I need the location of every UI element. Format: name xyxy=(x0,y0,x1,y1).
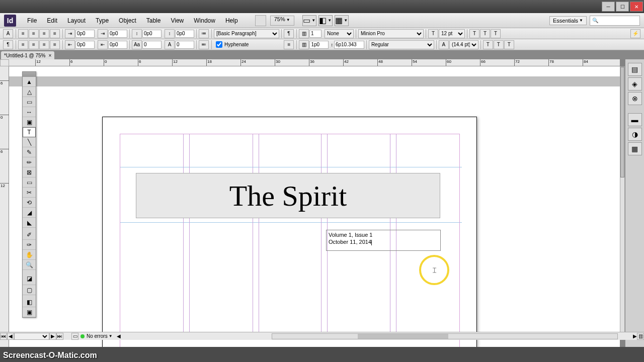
selection-tool[interactable]: ▲ xyxy=(23,77,36,87)
horizontal-scrollbar[interactable] xyxy=(272,333,618,339)
next-page-button[interactable]: ▶ xyxy=(49,333,56,340)
layers-panel-button[interactable]: ◈ xyxy=(628,77,642,90)
content-collector-tool[interactable]: ▣ xyxy=(23,117,36,127)
eyedropper-tool[interactable]: ✑ xyxy=(23,240,36,250)
tab-close-button[interactable]: × xyxy=(48,53,51,58)
vertical-ruler[interactable]: 6 0 6 12 xyxy=(0,66,9,347)
close-button[interactable]: ✕ xyxy=(630,2,643,12)
last-line-indent-input[interactable] xyxy=(108,41,127,49)
vertical-scroll-thumb[interactable] xyxy=(620,67,624,177)
document-tab[interactable]: *Untitled-1 @ 75% × xyxy=(1,51,54,59)
zoom-tool[interactable]: 🔍 xyxy=(23,260,36,270)
towards-spine-button[interactable]: ≡ xyxy=(50,40,60,49)
indent-left-input[interactable] xyxy=(75,30,95,38)
first-line-indent-input[interactable] xyxy=(108,30,127,38)
minimize-button[interactable]: ─ xyxy=(602,2,615,12)
gradient-swatch-tool[interactable]: ◢ xyxy=(23,208,36,218)
free-transform-tool[interactable]: ⟲ xyxy=(23,198,36,208)
height-input[interactable] xyxy=(334,41,364,49)
quick-apply-button[interactable]: ⚡ xyxy=(630,29,640,38)
view-mode-button[interactable]: ▣ xyxy=(23,307,36,317)
space-after-input[interactable] xyxy=(175,30,194,38)
first-page-button[interactable]: ⏮ xyxy=(0,333,7,340)
subscript-button[interactable]: T xyxy=(480,29,490,38)
align-right-button[interactable]: ≡ xyxy=(39,29,49,38)
font-style-select[interactable]: Regular xyxy=(369,40,434,49)
menu-file[interactable]: File xyxy=(22,15,42,26)
default-fill-stroke-button[interactable]: ◧ xyxy=(23,297,36,307)
line-tool[interactable]: ╲ xyxy=(23,137,36,147)
gap-tool[interactable]: ↔ xyxy=(23,107,36,117)
bullets-icon[interactable]: ≔ xyxy=(199,29,209,38)
hand-tool[interactable]: ✋ xyxy=(23,250,36,260)
menu-edit[interactable]: Edit xyxy=(42,15,62,26)
screen-mode-button[interactable]: ◧▼ xyxy=(318,15,333,26)
indent-right-input[interactable] xyxy=(75,41,95,49)
align-justify-button[interactable]: ≡ xyxy=(50,29,60,38)
pages-panel-button[interactable]: ▤ xyxy=(628,63,642,76)
dropcap-chars-input[interactable] xyxy=(175,41,194,49)
last-page-button[interactable]: ⏭ xyxy=(56,333,63,340)
rectangle-frame-tool[interactable]: ⊠ xyxy=(23,167,36,177)
menu-view[interactable]: View xyxy=(166,15,189,26)
links-panel-button[interactable]: ⊗ xyxy=(628,92,642,105)
view-options-button[interactable]: ▭▼ xyxy=(302,15,316,26)
align-left-button[interactable]: ≡ xyxy=(18,29,28,38)
font-size-select[interactable]: 12 pt xyxy=(439,29,465,38)
swatches-panel-button[interactable]: ▦ xyxy=(628,142,642,155)
strikethrough-button[interactable]: T xyxy=(504,40,514,49)
menu-help[interactable]: Help xyxy=(220,15,243,26)
span-columns-select[interactable]: None xyxy=(325,29,354,38)
fill-stroke-proxy[interactable]: ◪ xyxy=(23,272,36,285)
bridge-button[interactable] xyxy=(255,15,266,26)
dropcap-lines-input[interactable] xyxy=(142,41,162,49)
columns-input[interactable] xyxy=(309,30,321,38)
menu-object[interactable]: Object xyxy=(114,15,141,26)
menu-table[interactable]: Table xyxy=(141,15,166,26)
rectangle-tool[interactable]: ▭ xyxy=(23,177,36,188)
menu-window[interactable]: Window xyxy=(189,15,220,26)
preflight-indicator[interactable] xyxy=(80,334,85,338)
menu-layout[interactable]: Layout xyxy=(62,15,91,26)
arrange-button[interactable]: ▦▼ xyxy=(335,15,349,26)
pencil-tool[interactable]: ✏ xyxy=(23,157,36,167)
type-tool[interactable]: T xyxy=(23,127,36,137)
horizontal-scroll-thumb[interactable] xyxy=(358,334,448,339)
workspace-switcher[interactable]: Essentials▼ xyxy=(549,16,587,25)
title-text-frame[interactable]: The Spirit xyxy=(136,173,440,218)
stroke-panel-button[interactable]: ▬ xyxy=(628,113,642,126)
space-before-input[interactable] xyxy=(142,30,162,38)
para-mode-button[interactable]: ¶ xyxy=(3,40,13,49)
info-text-frame[interactable]: Volume 1, Issue 1 October 11, 2014 xyxy=(326,230,441,251)
numbered-list-button[interactable]: ≕ xyxy=(199,40,209,49)
justify-all-button[interactable]: ≡ xyxy=(18,40,28,49)
split-view-button[interactable]: ▥ xyxy=(637,333,644,340)
color-panel-button[interactable]: ◑ xyxy=(628,128,642,141)
scissors-tool[interactable]: ✂ xyxy=(23,188,36,198)
all-caps-button[interactable]: T xyxy=(494,40,504,49)
align-center-button[interactable]: ≡ xyxy=(29,29,39,38)
justify-center-button[interactable]: ≡ xyxy=(29,40,39,49)
page-tool[interactable]: ▭ xyxy=(23,97,36,107)
tools-panel-grip[interactable] xyxy=(23,72,36,77)
open-button[interactable]: ▭ xyxy=(71,333,78,340)
vertical-scrollbar[interactable] xyxy=(620,66,625,340)
font-family-select[interactable]: Minion Pro xyxy=(358,29,424,38)
gutter-input[interactable] xyxy=(309,41,329,49)
align-to-baseline-button[interactable]: ≡ xyxy=(284,40,294,49)
page-select[interactable] xyxy=(14,333,49,340)
char-para-switcher[interactable]: A xyxy=(3,29,13,38)
hyphenate-checkbox[interactable] xyxy=(216,41,222,48)
search-field[interactable]: 🔍 xyxy=(590,16,640,26)
formatting-container-button[interactable]: ▢ xyxy=(23,285,36,295)
pen-tool[interactable]: ✎ xyxy=(23,147,36,157)
small-caps-button[interactable]: T xyxy=(483,40,493,49)
justify-right-button[interactable]: ≡ xyxy=(39,40,49,49)
maximize-button[interactable]: ☐ xyxy=(616,2,629,12)
ruler-origin[interactable] xyxy=(0,59,9,66)
document-view[interactable]: The Spirit Volume 1, Issue 1 October 11,… xyxy=(9,66,620,347)
menu-type[interactable]: Type xyxy=(91,15,114,26)
leading-select[interactable]: (14.4 pt) xyxy=(449,40,478,49)
paragraph-style-select[interactable]: [Basic Paragraph] xyxy=(214,29,279,38)
zoom-level[interactable]: 75%▼ xyxy=(270,16,294,26)
